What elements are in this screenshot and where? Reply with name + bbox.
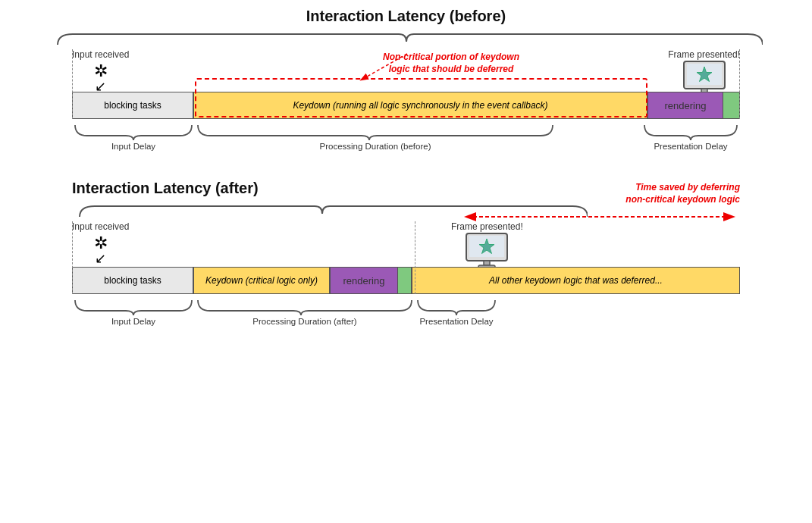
brace-input-delay-after (72, 297, 195, 315)
timeline-after: blocking tasks Keydown (critical logic o… (72, 267, 740, 294)
presentation-delay-label-after: Presentation Delay (415, 317, 498, 326)
svg-rect-10 (484, 261, 490, 265)
top-brace-before (50, 31, 763, 48)
brace-presentation-before (641, 122, 740, 140)
input-received-after: Input received ✲ ↙ (72, 221, 129, 267)
input-delay-label-before: Input Delay (72, 142, 195, 151)
monitor-icon-after (463, 232, 510, 270)
bar-blocking-before: blocking tasks (72, 92, 193, 119)
processing-duration-label-after: Processing Duration (after) (195, 317, 415, 326)
bar-blocking-after: blocking tasks (72, 267, 193, 294)
frame-presented-after: Frame presented! (451, 221, 523, 270)
sublabels-after: Input Delay Processing Duration (after) … (72, 297, 740, 326)
non-critical-label: Non-critical portion of keydownlogic tha… (368, 51, 535, 75)
input-received-before: Input received ✲ ↙ (72, 49, 129, 95)
bar-green-end-before (723, 92, 740, 119)
bar-deferred-after: All other keydown logic that was deferre… (412, 267, 740, 294)
processing-duration-label-before: Processing Duration (before) (195, 142, 556, 151)
brace-processing-before (195, 122, 647, 140)
time-saved-label: Time saved by deferringnon-critical keyd… (459, 181, 740, 205)
bar-green-end-after (398, 267, 412, 294)
timeline-before: blocking tasks Keydown (running all logi… (72, 92, 740, 119)
input-delay-label-after: Input Delay (72, 317, 195, 326)
brace-processing-after (195, 297, 415, 315)
presentation-delay-label-before: Presentation Delay (641, 142, 740, 151)
brace-input-delay-before (72, 122, 195, 140)
bar-rendering-before: rendering (647, 92, 723, 119)
bar-rendering-after: rendering (330, 267, 398, 294)
frame-presented-before: Frame presented! (668, 49, 740, 98)
bar-keydown-after: Keydown (critical logic only) (193, 267, 330, 294)
sublabels-before: Input Delay Processing Duration (before)… (72, 122, 740, 151)
brace-presentation-after (415, 297, 498, 315)
bar-keydown-before: Keydown (running all logic synchronously… (193, 92, 647, 119)
section1-title: Interaction Latency (before) (30, 8, 782, 25)
